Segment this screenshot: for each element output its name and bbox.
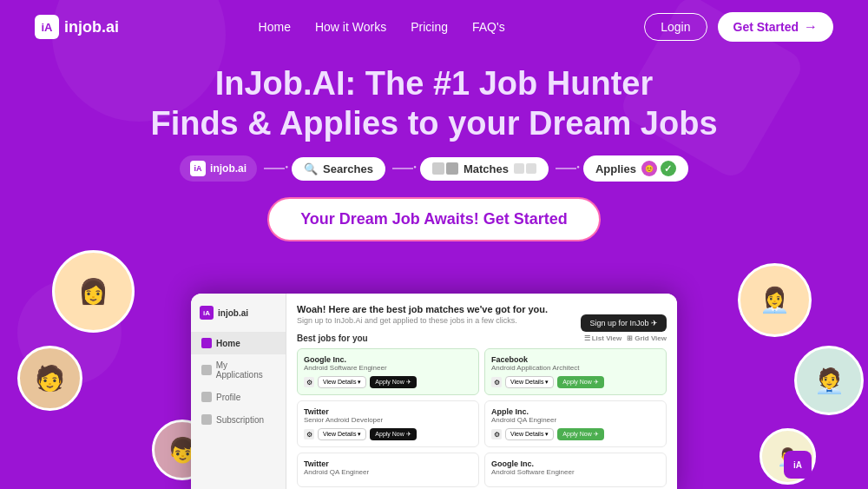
get-started-button[interactable]: Get Started → xyxy=(718,12,833,42)
arrow-icon: → xyxy=(804,19,818,35)
job-company-0: Google Inc. xyxy=(304,355,472,364)
nav-links: Home How it Works Pricing FAQ's xyxy=(259,19,505,35)
pipeline-applies: Applies 😊 ✓ xyxy=(583,155,688,182)
apply-now-2[interactable]: Apply Now ✈ xyxy=(370,428,416,440)
sidebar-item-profile[interactable]: Profile xyxy=(191,386,286,408)
cta-button[interactable]: Your Dream Job Awaits! Get Started xyxy=(267,197,601,241)
list-view-btn[interactable]: ☰ List View xyxy=(584,334,622,342)
nav-link-pricing[interactable]: Pricing xyxy=(411,20,448,34)
sidebar-item-subscription[interactable]: Subscription xyxy=(191,408,286,431)
job-actions-3: ⚙ View Details ▾ Apply Now ✈ xyxy=(491,428,660,440)
main-content: Woah! Here are the best job matches we'v… xyxy=(286,294,677,489)
pipeline-matches: Matches xyxy=(420,157,549,181)
pipeline-logo: iA injob.ai xyxy=(180,155,257,182)
hero-headline: InJob.AI: The #1 Job Hunter Finds & Appl… xyxy=(35,64,833,143)
job-card-0: Google Inc. Android Software Engineer ⚙ … xyxy=(297,348,479,395)
view-details-2[interactable]: View Details ▾ xyxy=(318,428,366,440)
job-actions-1: ⚙ View Details ▾ Apply Now ✈ xyxy=(491,376,660,388)
job-title-2: Senior Android Developer xyxy=(304,416,472,424)
avatar-4: 👩‍💼 xyxy=(738,263,812,337)
pipeline-connector-2 xyxy=(392,168,413,169)
profile-icon xyxy=(201,392,212,402)
sidebar: iA injob.ai Home My Applications Profile… xyxy=(191,294,286,489)
job-card-2: Twitter Senior Android Developer ⚙ View … xyxy=(297,400,479,447)
login-button[interactable]: Login xyxy=(644,13,707,41)
nav-link-home[interactable]: Home xyxy=(259,20,291,34)
job-company-3: Apple Inc. xyxy=(491,407,660,416)
applications-icon xyxy=(201,365,212,375)
applies-icons: 😊 ✓ xyxy=(641,161,676,176)
apply-now-1[interactable]: Apply Now ✈ xyxy=(557,376,603,388)
nav-link-faq[interactable]: FAQ's xyxy=(472,20,505,34)
job-company-4: Twitter xyxy=(304,459,472,468)
list-icon: ☰ xyxy=(584,334,590,342)
nav-link-how-it-works[interactable]: How it Works xyxy=(315,20,386,34)
applies-check-icon: ✓ xyxy=(661,161,676,176)
job-title-4: Android QA Engineer xyxy=(304,468,472,476)
match-thumb-4 xyxy=(526,163,536,174)
sidebar-logo-icon: iA xyxy=(200,306,214,320)
job-company-1: Facebook xyxy=(491,355,660,364)
job-actions-0: ⚙ View Details ▾ Apply Now ✈ xyxy=(304,376,472,388)
pipeline-logo-icon: iA xyxy=(190,161,206,176)
applies-avatar-icon: 😊 xyxy=(641,161,657,176)
apply-now-0[interactable]: Apply Now ✈ xyxy=(370,376,416,388)
pipeline-connector-1 xyxy=(264,168,285,169)
view-details-3[interactable]: View Details ▾ xyxy=(505,428,554,440)
job-card-1: Facebook Android Application Architect ⚙… xyxy=(484,348,667,395)
pipeline-searches: 🔍 Searches xyxy=(292,157,385,181)
job-company-5: Google Inc. xyxy=(491,459,660,468)
job-title-0: Android Software Engineer xyxy=(304,364,472,372)
logo: iA injob.ai xyxy=(35,15,119,39)
match-thumbs-right xyxy=(514,163,536,174)
logo-text: injob.ai xyxy=(64,18,119,36)
grid-view-btn[interactable]: ⊞ Grid View xyxy=(627,334,667,342)
ia-badge: iA xyxy=(784,451,812,479)
job-actions-2: ⚙ View Details ▾ Apply Now ✈ xyxy=(304,428,472,440)
job-card-4: Twitter Android QA Engineer xyxy=(297,453,479,487)
job-card-3: Apple Inc. Android QA Engineer ⚙ View De… xyxy=(484,400,667,447)
home-icon xyxy=(201,338,212,348)
search-icon: 🔍 xyxy=(304,162,318,175)
grid-icon: ⊞ xyxy=(627,334,633,342)
job-icon-1: ⚙ xyxy=(491,377,502,387)
signup-button[interactable]: Sign up for InJob ✈ xyxy=(581,314,667,332)
match-thumb-2 xyxy=(446,162,458,175)
hero-section: InJob.AI: The #1 Job Hunter Finds & Appl… xyxy=(0,54,868,143)
apply-now-3[interactable]: Apply Now ✈ xyxy=(557,428,603,440)
dashboard-preview: iA injob.ai Home My Applications Profile… xyxy=(191,294,677,489)
view-details-0[interactable]: View Details ▾ xyxy=(318,376,366,388)
job-icon-2: ⚙ xyxy=(304,429,314,439)
pipeline-connector-3 xyxy=(556,168,576,169)
logo-icon: iA xyxy=(35,15,59,39)
subscription-icon xyxy=(201,414,212,425)
section-label: Best jobs for you ☰ List View ⊞ Grid Vie… xyxy=(297,334,667,343)
sidebar-item-home[interactable]: Home xyxy=(191,332,286,354)
job-title-1: Android Application Architect xyxy=(491,364,660,372)
view-details-1[interactable]: View Details ▾ xyxy=(505,376,554,388)
job-company-2: Twitter xyxy=(304,407,472,416)
match-thumb-1 xyxy=(432,162,444,175)
nav-actions: Login Get Started → xyxy=(644,12,833,42)
job-title-5: Android Software Engineer xyxy=(491,468,660,476)
job-icon-0: ⚙ xyxy=(304,377,314,387)
dashboard: iA injob.ai Home My Applications Profile… xyxy=(191,294,677,489)
view-toggle: ☰ List View ⊞ Grid View xyxy=(584,334,667,342)
match-thumbs xyxy=(432,162,458,175)
avatar-5: 🧑‍💼 xyxy=(794,346,864,415)
job-grid: Google Inc. Android Software Engineer ⚙ … xyxy=(297,348,667,487)
job-title-3: Android QA Engineer xyxy=(491,416,660,424)
sidebar-logo: iA injob.ai xyxy=(191,306,286,332)
main-headline: Woah! Here are the best job matches we'v… xyxy=(297,304,667,314)
job-card-5: Google Inc. Android Software Engineer xyxy=(484,453,667,487)
cta-section: Your Dream Job Awaits! Get Started xyxy=(0,197,868,241)
job-icon-3: ⚙ xyxy=(491,429,502,439)
match-thumb-3 xyxy=(514,163,524,174)
avatar-2: 🧑 xyxy=(17,346,82,411)
sidebar-item-applications[interactable]: My Applications xyxy=(191,354,286,386)
navbar: iA injob.ai Home How it Works Pricing FA… xyxy=(0,0,868,54)
avatar-1: 👩 xyxy=(52,250,135,333)
